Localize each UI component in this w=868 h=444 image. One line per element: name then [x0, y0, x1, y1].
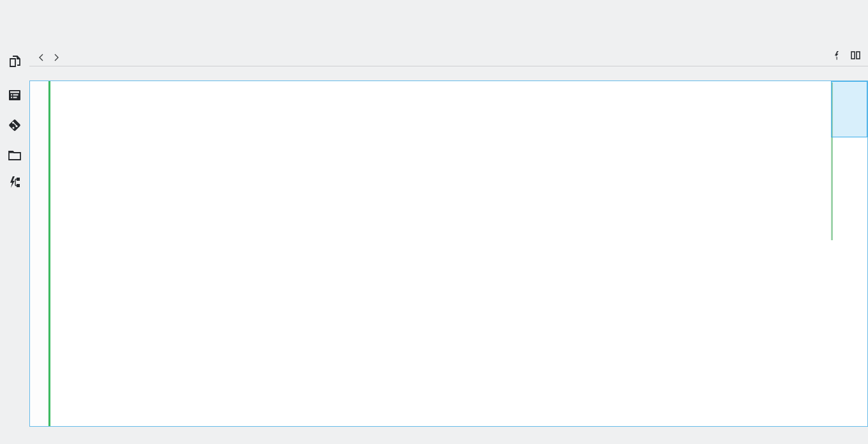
git-icon[interactable] — [6, 117, 23, 134]
code-area[interactable] — [50, 81, 831, 426]
tab-bar — [29, 45, 868, 66]
split-view-icon[interactable] — [851, 51, 860, 59]
tab-scroll-right-button[interactable] — [49, 49, 64, 66]
minimap-scrollbar[interactable] — [831, 81, 867, 426]
minimap-visible-region[interactable] — [831, 81, 867, 137]
menu-bar — [0, 0, 868, 20]
tool-view-rail — [0, 45, 29, 427]
toolbar — [0, 20, 868, 45]
editor-view[interactable] — [29, 80, 868, 427]
breadcrumb — [29, 66, 868, 80]
build-tools-icon[interactable] — [6, 174, 23, 190]
status-bar — [0, 427, 868, 444]
symbols-list-icon[interactable] — [6, 87, 23, 103]
line-number-gutter — [30, 81, 48, 426]
filesystem-icon[interactable] — [6, 147, 23, 164]
tab-scroll-left-button[interactable] — [33, 49, 49, 66]
documents-icon[interactable] — [6, 54, 23, 70]
pin-icon[interactable] — [833, 51, 841, 60]
